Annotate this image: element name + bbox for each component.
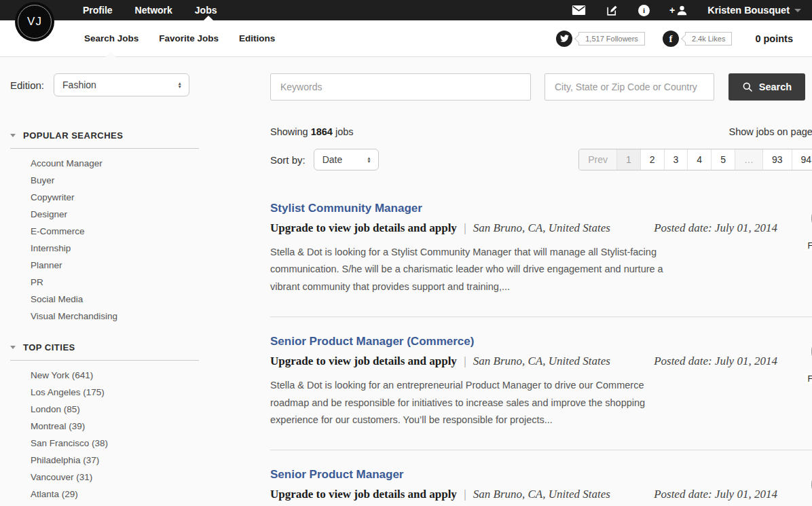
top-city-link[interactable]: San Francisco (38) — [31, 435, 199, 452]
top-cities-header[interactable]: TOP CITIES — [10, 342, 199, 353]
topbar-actions: i + Kristen Bousquet — [572, 4, 812, 17]
facebook-likes-badge[interactable]: 2.4k Likes — [685, 32, 733, 46]
tab-search-jobs[interactable]: Search Jobs — [84, 33, 139, 43]
nav-item-profile[interactable]: Profile — [83, 5, 113, 16]
job-listing: Senior Product Manager (Commerce) Upgrad… — [270, 317, 812, 450]
facebook-icon[interactable]: f — [663, 31, 679, 47]
job-description: Stella & Dot is looking for a Stylist Co… — [270, 244, 665, 295]
job-meta-line: Upgrade to view job details and apply | … — [270, 355, 777, 368]
job-location: San Bruno, CA, United States — [473, 221, 610, 234]
pagination-page-5[interactable]: 5 — [711, 149, 735, 170]
popular-search-link[interactable]: Planner — [31, 257, 199, 274]
twitter-icon[interactable] — [556, 31, 572, 47]
sort-select[interactable]: Date ▲▼ — [314, 149, 379, 170]
section-divider — [10, 148, 199, 149]
logo-text: VJ — [27, 15, 42, 29]
user-name: Kristen Bousquet — [707, 5, 790, 16]
secondary-navbar: Search Jobs Favorite Jobs Editions 1,517… — [0, 20, 812, 57]
sort-value: Date — [322, 154, 343, 165]
top-city-link[interactable]: Vancouver (31) — [31, 469, 199, 486]
upgrade-link[interactable]: Upgrade to view job details and apply — [270, 355, 457, 367]
pagination-page-3[interactable]: 3 — [664, 149, 688, 170]
pagination-page-4[interactable]: 4 — [687, 149, 711, 170]
job-description: Stella & Dot is looking for an entrepren… — [270, 377, 665, 429]
jobs-subnav: Search Jobs Favorite Jobs Editions — [84, 33, 275, 43]
top-cities-section: TOP CITIES New York (641) Los Angeles (1… — [10, 342, 199, 503]
pagination-page-94[interactable]: 94 — [792, 149, 812, 170]
sort-pagination-row: Sort by: Date ▲▼ Prev 1 2 3 4 5 … 93 94 … — [270, 149, 812, 170]
select-stepper-icon: ▲▼ — [367, 156, 371, 163]
popular-searches-list: Account Manager Buyer Copywriter Designe… — [10, 155, 199, 325]
edition-select[interactable]: Fashion ▲▼ — [54, 73, 189, 96]
keywords-input[interactable] — [270, 73, 531, 101]
upgrade-link[interactable]: Upgrade to view job details and apply — [270, 488, 457, 501]
job-listing: Stylist Community Manager Upgrade to vie… — [270, 184, 812, 317]
results-main: Search Showing 1864 jobs Show jobs on pa… — [270, 57, 812, 506]
nav-item-jobs[interactable]: Jobs — [195, 5, 217, 16]
top-city-link[interactable]: London (85) — [31, 401, 199, 418]
section-divider — [10, 360, 199, 361]
upgrade-link[interactable]: Upgrade to view job details and apply — [270, 221, 457, 234]
favorite-button[interactable]: FAVORITE — [809, 467, 812, 506]
pagination-page-2[interactable]: 2 — [640, 149, 664, 170]
job-title-link[interactable]: Senior Product Manager (Commerce) — [270, 335, 777, 348]
twitter-followers-badge[interactable]: 1,517 Followers — [578, 32, 645, 46]
site-logo[interactable]: VJ — [15, 2, 54, 41]
top-city-link[interactable]: Montreal (39) — [31, 418, 199, 435]
popular-search-link[interactable]: Account Manager — [31, 155, 199, 172]
top-city-link[interactable]: Los Angeles (175) — [31, 384, 199, 401]
nav-item-network[interactable]: Network — [135, 5, 172, 16]
pagination-ellipsis: … — [735, 149, 762, 170]
add-user-icon[interactable]: + — [669, 5, 688, 16]
points-counter: 0 points — [755, 33, 793, 44]
pagination-page-93[interactable]: 93 — [762, 149, 792, 170]
active-tab-caret — [204, 16, 213, 20]
job-title-link[interactable]: Senior Product Manager — [270, 468, 777, 482]
search-button[interactable]: Search — [728, 73, 805, 101]
favorite-button[interactable]: FAVORITE — [809, 333, 812, 384]
popular-searches-section: POPULAR SEARCHES Account Manager Buyer C… — [10, 130, 199, 325]
plus-glyph: + — [669, 5, 675, 16]
search-icon — [742, 82, 753, 92]
popular-search-link[interactable]: PR — [31, 274, 199, 291]
favorite-button[interactable]: FAVORITE — [809, 200, 812, 251]
collapse-caret-icon — [10, 134, 16, 137]
job-title-link[interactable]: Stylist Community Manager — [270, 202, 777, 215]
popular-searches-title: POPULAR SEARCHES — [23, 130, 123, 141]
search-button-label: Search — [759, 82, 792, 92]
job-search-form: Search — [270, 73, 812, 101]
popular-search-link[interactable]: E-Commerce — [31, 223, 199, 240]
job-posted-date: Posted date: July 01, 2014 — [654, 355, 777, 367]
popular-search-link[interactable]: Social Media — [31, 291, 199, 308]
user-account-menu[interactable]: Kristen Bousquet — [707, 5, 801, 16]
location-input[interactable] — [545, 73, 714, 101]
popular-search-link[interactable]: Visual Merchandising — [31, 308, 199, 325]
per-page-control: Show jobs on page: 20 ▲▼ — [729, 122, 812, 142]
info-icon[interactable]: i — [638, 5, 650, 16]
meta-separator: | — [464, 488, 466, 501]
popular-search-link[interactable]: Buyer — [31, 172, 199, 189]
messages-envelope-icon[interactable] — [572, 5, 586, 16]
top-city-link[interactable]: New York (641) — [31, 367, 199, 384]
edition-row: Edition: Fashion ▲▼ — [10, 73, 199, 96]
compose-icon[interactable] — [606, 4, 619, 17]
info-icon-glyph: i — [638, 5, 650, 16]
popular-search-link[interactable]: Copywriter — [31, 189, 199, 206]
active-subtab-caret — [105, 52, 116, 57]
job-meta-line: Upgrade to view job details and apply | … — [270, 221, 777, 235]
results-count: 1864 — [311, 126, 333, 137]
results-summary-row: Showing 1864 jobs Show jobs on page: 20 … — [270, 122, 812, 142]
primary-nav: Profile Network Jobs — [83, 5, 217, 16]
popular-search-link[interactable]: Internship — [31, 240, 199, 257]
tab-editions[interactable]: Editions — [239, 33, 275, 43]
tab-favorite-jobs[interactable]: Favorite Jobs — [159, 33, 219, 43]
pagination-prev[interactable]: Prev — [579, 149, 616, 170]
top-navbar: VJ Profile Network Jobs i + Kristen Bous… — [0, 0, 812, 20]
top-city-link[interactable]: Atlanta (29) — [31, 486, 199, 503]
popular-searches-header[interactable]: POPULAR SEARCHES — [10, 130, 199, 141]
edition-label: Edition: — [10, 79, 44, 91]
favorite-label: FAVORITE — [805, 241, 812, 251]
pagination-page-1[interactable]: 1 — [616, 149, 640, 170]
top-city-link[interactable]: Philadelphia (37) — [31, 452, 199, 469]
popular-search-link[interactable]: Designer — [31, 206, 199, 223]
